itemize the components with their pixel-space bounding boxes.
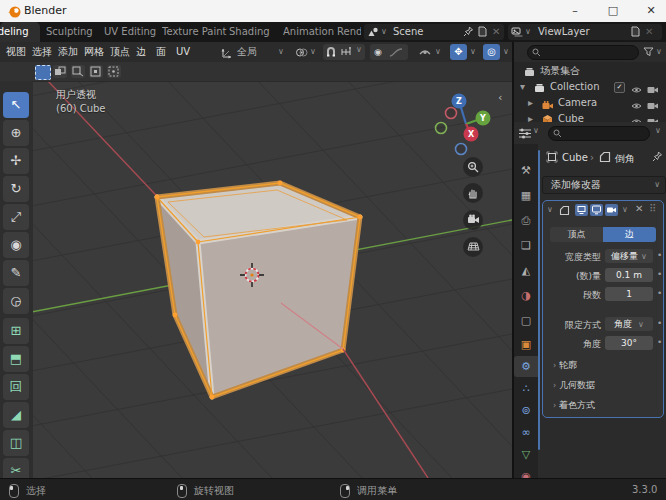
add-modifier-button[interactable]: 添加修改器 ∨ — [542, 176, 666, 194]
tab-material[interactable]: ◉ — [514, 466, 538, 478]
menu-uv[interactable]: UV — [176, 42, 190, 62]
disable-render-icon[interactable] — [647, 115, 659, 122]
pin-icon[interactable] — [463, 26, 474, 42]
scene-dropdown-icon[interactable]: ∨ — [381, 24, 387, 40]
snap-dropdown-icon[interactable]: ∨ — [356, 45, 362, 54]
select-mode-intersect[interactable] — [107, 65, 121, 78]
remove-modifier-icon[interactable]: ✕ — [635, 203, 643, 214]
select-mode-invert[interactable] — [89, 65, 103, 78]
angle-field[interactable]: 30° — [605, 336, 653, 350]
visibility-dropdown-icon[interactable]: ∨ — [435, 42, 441, 62]
limit-method-dropdown[interactable]: 角度∨ — [605, 317, 653, 331]
hide-eye-icon[interactable] — [631, 115, 642, 122]
tab-scene[interactable]: ◭ — [514, 260, 538, 281]
minimize-button[interactable]: – — [558, 0, 592, 22]
tab-particles[interactable]: ∴ — [514, 378, 538, 399]
navigation-gizmo[interactable]: Z Y X — [430, 85, 502, 157]
rotate-tool-icon[interactable]: ↻ — [3, 176, 29, 202]
sidebar-collapse-icon[interactable]: ‹ — [498, 91, 502, 104]
viewlayer-selector[interactable]: ∨ ViewLayer ✕ — [508, 24, 662, 40]
affect-vertices-tab[interactable]: 顶点 — [550, 227, 603, 242]
pan-viewport-button[interactable] — [463, 183, 483, 203]
pivot-point-icon[interactable] — [295, 46, 308, 61]
pin-icon[interactable] — [652, 151, 663, 164]
outliner-row-scene-collection[interactable]: 场景集合 — [514, 63, 666, 79]
viewport-3d[interactable]: 用户透视 (60) Cube ↖ ⊕ ✢ ↻ ⤢ ◉ ✎ ◶ ⊞ ⬒ 回 ◢ ◫… — [0, 62, 512, 478]
axis-minus-z[interactable] — [456, 144, 467, 155]
amount-field[interactable]: 0.1 m — [605, 268, 653, 282]
animate-dot[interactable]: • — [657, 337, 662, 347]
loop-cut-tool-icon[interactable]: ◫ — [3, 430, 29, 456]
properties-search-input[interactable] — [548, 126, 650, 141]
tab-constraints[interactable]: ∞ — [514, 422, 538, 443]
add-cube-tool-icon[interactable]: ⊞ — [3, 318, 29, 344]
section-profile[interactable]: › 轮廓 — [553, 359, 577, 372]
zoom-viewport-button[interactable] — [463, 157, 483, 177]
menu-mesh[interactable]: 网格 — [84, 42, 104, 62]
properties-scrollbar[interactable] — [538, 150, 540, 450]
filter-dropdown-icon[interactable]: ∨ — [656, 42, 662, 62]
animate-dot[interactable]: • — [657, 288, 662, 298]
measure-tool-icon[interactable]: ◶ — [3, 288, 29, 314]
show-visibility-icon[interactable] — [418, 46, 432, 61]
filter-icon[interactable] — [643, 47, 654, 59]
panel-expand-icon[interactable]: ∨ — [547, 205, 553, 214]
snap-magnet-icon[interactable] — [325, 46, 337, 60]
tab-texture-paint[interactable]: Texture Paint — [162, 22, 227, 42]
select-mode-extend[interactable] — [53, 65, 67, 78]
show-render-toggle[interactable] — [605, 204, 618, 216]
show-realtime-toggle[interactable] — [590, 204, 603, 216]
cursor-tool-icon[interactable]: ⊕ — [3, 120, 29, 146]
close-button[interactable]: ✕ — [634, 0, 666, 22]
show-in-editmode-toggle[interactable] — [575, 204, 588, 216]
tab-shading[interactable]: Shading — [229, 22, 270, 42]
proportional-editing-icon[interactable]: ◉ — [374, 44, 382, 60]
snap-increment-icon[interactable] — [340, 46, 353, 60]
breadcrumb-object[interactable]: Cube — [562, 152, 588, 163]
knife-tool-icon[interactable]: ✂ — [3, 458, 29, 478]
tab-animation[interactable]: Animation — [283, 22, 334, 42]
outliner-search-input[interactable] — [527, 45, 639, 60]
scene-name[interactable]: Scene — [393, 24, 424, 40]
tab-rendering[interactable]: Rendering — [337, 22, 361, 42]
remove-viewlayer-icon[interactable]: ✕ — [645, 24, 653, 40]
outliner-row-cube[interactable]: ▸ Cube — [514, 111, 666, 122]
cube-object[interactable] — [155, 181, 363, 400]
section-shading[interactable]: › 着色方式 — [553, 399, 595, 412]
tab-view-layer[interactable]: ❏ — [514, 235, 538, 256]
menu-vertex[interactable]: 顶点 — [110, 42, 130, 62]
breadcrumb-modifier[interactable]: 倒角 — [615, 152, 635, 166]
animate-dot[interactable]: • — [657, 269, 662, 279]
axis-z[interactable]: Z — [452, 94, 467, 109]
select-mode-subtract[interactable] — [71, 65, 85, 78]
select-mode-new[interactable] — [35, 65, 51, 80]
maximize-button[interactable]: □ — [596, 0, 630, 22]
tab-world[interactable]: ◑ — [514, 285, 538, 306]
overlays-dropdown-icon[interactable]: ∨ — [503, 42, 509, 62]
tab-object[interactable]: ▣ — [514, 334, 538, 355]
tab-modifiers[interactable]: ⚙ — [514, 356, 538, 377]
tab-tool[interactable]: ⚒ — [514, 160, 538, 181]
affect-edges-tab[interactable]: 边 — [603, 227, 656, 242]
extrude-tool-icon[interactable]: ⬒ — [3, 346, 29, 372]
tab-physics[interactable]: ⊚ — [514, 400, 538, 421]
properties-options-icon[interactable]: ∨ — [655, 126, 661, 135]
menu-view[interactable]: 视图 — [6, 42, 26, 62]
show-gizmo-toggle[interactable]: ✥ — [450, 44, 467, 60]
tab-uv-editing[interactable]: UV Editing — [104, 22, 156, 42]
show-overlays-toggle[interactable]: ◎ — [483, 44, 500, 60]
new-scene-icon[interactable] — [477, 26, 488, 42]
axis-minus-y[interactable] — [436, 123, 447, 134]
viewlayer-dropdown-icon[interactable]: ∨ — [525, 24, 531, 40]
camera-view-button[interactable] — [463, 210, 483, 230]
orientation-dropdown-icon[interactable]: ∨ — [278, 42, 284, 62]
tab-output[interactable]: ⎙ — [514, 210, 538, 231]
tab-modeling[interactable]: Modeling — [0, 22, 40, 42]
bevel-tool-icon[interactable]: ◢ — [3, 402, 29, 428]
axis-y[interactable]: Y — [476, 111, 491, 126]
menu-face[interactable]: 面 — [156, 42, 166, 62]
animate-dot[interactable]: • — [657, 318, 662, 328]
falloff-curve-icon[interactable] — [389, 47, 403, 60]
axis-minus-x[interactable] — [446, 108, 457, 119]
cube-expand-icon[interactable]: ▸ — [528, 111, 533, 122]
